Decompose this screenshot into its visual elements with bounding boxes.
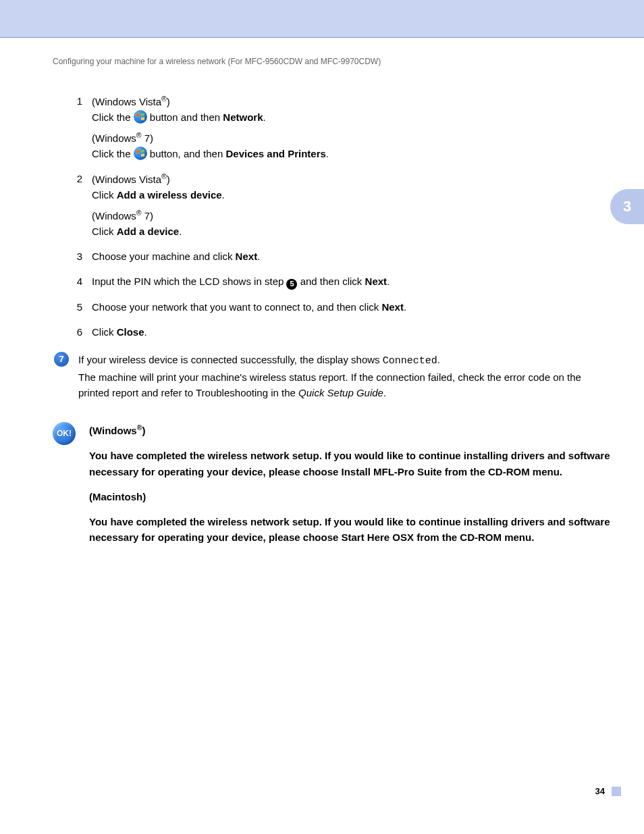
paragraph: You have completed the wireless network … — [89, 448, 610, 479]
windows-start-icon — [134, 147, 147, 160]
step-2: 2 (Windows Vista®) Click Add a wireless … — [53, 171, 610, 239]
lcd-text: Connected — [383, 355, 437, 367]
text: . — [437, 354, 440, 365]
step-num: 1 — [53, 93, 82, 161]
step-4: 4 Input the PIN which the LCD shows in s… — [53, 273, 610, 290]
top-bar — [0, 0, 644, 38]
step-1: 1 (Windows Vista®) Click the button and … — [53, 93, 610, 161]
bold: Network — [223, 111, 263, 123]
step-5: 5 Choose your network that you want to c… — [53, 299, 610, 315]
step-num: 6 — [53, 324, 82, 340]
text: Click — [92, 189, 117, 201]
ok-section: OK! (Windows®) You have completed the wi… — [53, 422, 610, 555]
doc-ref: Quick Setup Guide — [298, 387, 383, 398]
page-header: Configuring your machine for a wireless … — [0, 38, 644, 66]
text: . — [257, 251, 260, 262]
text: . — [387, 276, 390, 287]
text: button and then — [147, 111, 223, 123]
step-badge-icon: 7 — [54, 352, 69, 367]
step-num: 3 — [53, 249, 82, 264]
step-num: 2 — [53, 171, 82, 239]
text: . — [222, 189, 225, 201]
ok-badge-icon: OK! — [53, 422, 76, 445]
text: Click — [92, 226, 117, 237]
reg-mark: ® — [161, 95, 167, 103]
text: (Windows Vista — [92, 96, 161, 107]
text: 7) — [142, 132, 154, 144]
bold: Close — [117, 326, 144, 338]
content: 1 (Windows Vista®) Click the button and … — [0, 66, 644, 555]
text: Choose your network that you want to con… — [92, 301, 381, 313]
text: . — [263, 111, 265, 123]
bold: Devices and Printers — [225, 148, 325, 159]
text: If your wireless device is connected suc… — [78, 354, 383, 365]
text: button, and then — [147, 148, 226, 159]
bold: Next — [236, 251, 258, 262]
page-mark — [612, 787, 621, 796]
text: 7) — [142, 210, 154, 221]
text: Click — [92, 326, 117, 338]
bold: Next — [381, 301, 404, 313]
step-3: 3 Choose your machine and click Next. — [53, 249, 610, 264]
bold: Next — [365, 276, 387, 287]
text: Click the — [92, 111, 134, 123]
step-reference-icon: 5 — [286, 279, 297, 290]
bold: Add a wireless device — [117, 189, 222, 201]
bold: Add a device — [117, 226, 180, 237]
windows-start-icon — [134, 110, 147, 124]
step-6: 6 Click Close. — [53, 324, 610, 340]
heading: (Macintosh) — [89, 489, 610, 504]
reg-mark: ® — [136, 131, 142, 139]
chapter-tab: 3 — [610, 189, 644, 224]
text: Choose your machine and click — [92, 251, 236, 262]
text: Click the — [92, 148, 134, 159]
reg-mark: ® — [136, 209, 142, 217]
step-num: 4 — [53, 273, 82, 290]
text: Input the PIN which the LCD shows in ste… — [92, 276, 286, 287]
step-num: 5 — [53, 299, 82, 315]
text: (Windows — [92, 210, 136, 221]
text: ) — [167, 96, 170, 107]
paragraph: You have completed the wireless network … — [89, 514, 610, 546]
text: . — [144, 326, 147, 338]
text: (Windows — [92, 132, 136, 144]
step-7: 7 If your wireless device is connected s… — [53, 352, 610, 400]
text: . — [404, 301, 406, 313]
heading: (Windows — [89, 425, 137, 436]
reg-mark: ® — [161, 172, 167, 180]
heading: ) — [142, 425, 145, 436]
text: (Windows Vista — [92, 174, 161, 185]
page-number: 34 — [595, 786, 605, 796]
text: and then click — [297, 276, 365, 287]
text: . — [326, 148, 329, 159]
text: . — [383, 387, 386, 398]
text: . — [179, 226, 182, 237]
text: ) — [167, 174, 170, 185]
